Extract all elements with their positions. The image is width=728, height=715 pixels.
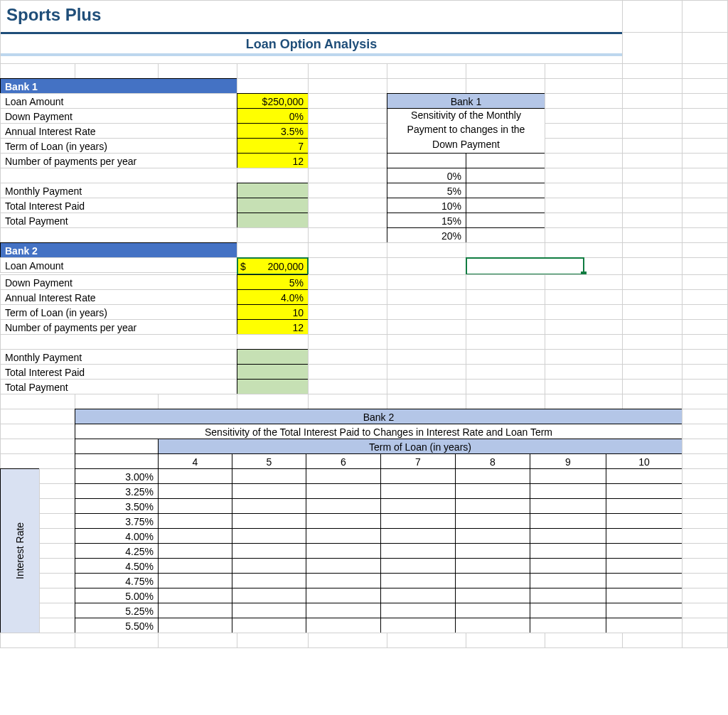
grid-cell[interactable]	[682, 498, 728, 514]
grid-cell[interactable]	[545, 213, 623, 228]
sens2-cell[interactable]	[455, 513, 530, 529]
sens2-cell[interactable]	[306, 543, 381, 559]
grid-cell[interactable]	[682, 0, 728, 33]
grid-cell[interactable]	[387, 379, 466, 394]
sens2-cell[interactable]	[606, 498, 682, 514]
bank1-num-payments[interactable]: 12	[237, 153, 309, 168]
bank1-monthly-payment[interactable]	[237, 183, 309, 198]
grid-cell[interactable]	[682, 168, 728, 183]
grid-cell[interactable]	[622, 198, 682, 213]
grid-cell[interactable]	[545, 153, 623, 168]
grid-cell[interactable]	[682, 394, 728, 409]
grid-cell[interactable]	[75, 394, 159, 409]
grid-cell[interactable]	[545, 93, 623, 109]
sens1-desc-line3[interactable]: Down Payment	[387, 138, 545, 154]
bank1-term[interactable]: 7	[237, 138, 309, 154]
bank2-monthly-payment-label[interactable]: Monthly Payment	[0, 349, 237, 365]
grid-cell[interactable]	[682, 78, 728, 94]
sens2-cell[interactable]	[455, 543, 530, 559]
sens2-cell[interactable]	[306, 468, 381, 484]
grid-cell[interactable]	[622, 183, 682, 198]
grid-cell[interactable]	[308, 108, 387, 124]
bank1-header[interactable]: Bank 1	[0, 78, 237, 94]
grid-cell[interactable]	[387, 304, 466, 320]
grid-cell[interactable]	[622, 0, 682, 33]
grid-cell[interactable]	[387, 63, 466, 79]
sens2-col-0[interactable]: 4	[158, 453, 232, 469]
bank2-term-label[interactable]: Term of Loan (in years)	[0, 304, 237, 320]
grid-cell[interactable]	[308, 334, 387, 350]
sens2-cell[interactable]	[232, 513, 306, 529]
sens1-row-0-label[interactable]: 0%	[387, 168, 466, 183]
bank2-loan-amount-label[interactable]: Loan Amount	[0, 257, 237, 273]
bank2-loan-amount[interactable]: $ 200,000	[237, 257, 309, 275]
sens2-cell[interactable]	[530, 573, 606, 588]
sens2-cell[interactable]	[606, 588, 682, 603]
sens2-cell[interactable]	[380, 558, 456, 574]
grid-cell[interactable]	[466, 78, 545, 94]
grid-cell[interactable]	[545, 633, 623, 648]
sens2-col-4[interactable]: 8	[455, 453, 530, 469]
grid-cell[interactable]	[622, 334, 682, 350]
grid-cell[interactable]	[622, 242, 682, 258]
sens1-row-3-val[interactable]	[466, 213, 545, 228]
sens1-row-2-label[interactable]: 10%	[387, 198, 466, 213]
grid-cell[interactable]	[308, 183, 387, 198]
sens2-cell[interactable]	[530, 483, 606, 499]
grid-cell[interactable]	[545, 183, 623, 198]
sens1-desc-line1[interactable]: Sensitivity of the Monthly	[387, 108, 545, 124]
grid-cell[interactable]	[682, 379, 728, 394]
grid-cell[interactable]	[39, 483, 75, 499]
grid-cell[interactable]	[387, 319, 466, 335]
sens2-cell[interactable]	[158, 543, 232, 559]
sens2-cell[interactable]	[606, 603, 682, 618]
grid-cell[interactable]	[308, 93, 387, 109]
sens1-row-4-val[interactable]	[466, 227, 545, 243]
sens2-cell[interactable]	[455, 588, 530, 603]
grid-cell[interactable]	[466, 349, 545, 365]
sens2-row-5-label[interactable]: 4.25%	[75, 543, 159, 559]
bank1-down-payment-label[interactable]: Down Payment	[0, 108, 237, 124]
grid-cell[interactable]	[308, 168, 387, 183]
grid-cell[interactable]	[39, 528, 75, 544]
grid-cell[interactable]	[387, 394, 466, 409]
grid-cell[interactable]	[466, 364, 545, 380]
grid-cell[interactable]	[387, 633, 466, 648]
bank2-monthly-payment[interactable]	[237, 349, 309, 365]
sens1-row-3-label[interactable]: 15%	[387, 213, 466, 228]
sens1-blank-row-val[interactable]	[466, 153, 545, 168]
sens2-cell[interactable]	[380, 528, 456, 544]
bank2-annual-rate-label[interactable]: Annual Interest Rate	[0, 289, 237, 305]
grid-cell[interactable]	[545, 319, 623, 335]
sens2-cell[interactable]	[380, 483, 456, 499]
grid-cell[interactable]	[622, 168, 682, 183]
sens2-row-1-label[interactable]: 3.25%	[75, 483, 159, 499]
grid-cell[interactable]	[237, 242, 309, 258]
grid-cell[interactable]	[308, 227, 387, 243]
grid-cell[interactable]	[682, 424, 728, 439]
sens2-cell[interactable]	[380, 588, 456, 603]
grid-cell[interactable]	[682, 633, 728, 648]
sens2-cell[interactable]	[380, 573, 456, 588]
grid-cell[interactable]	[682, 543, 728, 559]
sens2-cell[interactable]	[158, 468, 232, 484]
sens2-cell[interactable]	[306, 618, 381, 633]
sens2-cell[interactable]	[306, 483, 381, 499]
grid-cell[interactable]	[682, 588, 728, 603]
sens2-cell[interactable]	[158, 588, 232, 603]
grid-cell[interactable]	[158, 63, 237, 79]
sens2-term-label[interactable]: Term of Loan (in years)	[158, 439, 682, 454]
bank2-header[interactable]: Bank 2	[0, 242, 237, 258]
sens2-cell[interactable]	[232, 498, 306, 514]
grid-cell[interactable]	[622, 364, 682, 380]
grid-cell[interactable]	[0, 334, 237, 350]
grid-cell[interactable]	[308, 63, 387, 79]
grid-cell[interactable]	[622, 257, 682, 275]
grid-cell[interactable]	[682, 468, 728, 484]
grid-cell[interactable]	[237, 227, 309, 243]
grid-cell[interactable]	[682, 274, 728, 290]
sens2-cell[interactable]	[232, 558, 306, 574]
sens2-cell[interactable]	[158, 618, 232, 633]
bank1-loan-amount[interactable]: $250,000	[237, 93, 309, 109]
grid-cell[interactable]	[237, 63, 309, 79]
